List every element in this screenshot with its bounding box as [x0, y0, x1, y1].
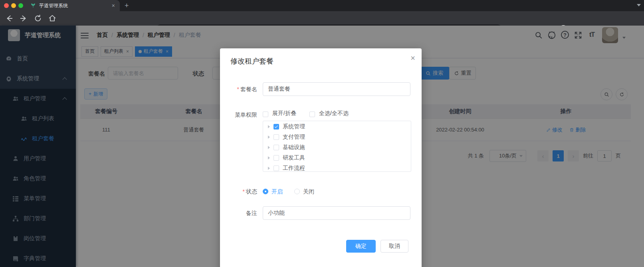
tree-node-pay[interactable]: 支付管理 [263, 132, 411, 142]
tree-node-devtools[interactable]: 研发工具 [263, 153, 411, 163]
screen: 芋道管理系统 × + localhost:1024/system/tenant/… [0, 0, 644, 267]
menu-permission-label: 菜单权限 [220, 112, 257, 119]
window-minimize-button[interactable] [11, 3, 16, 8]
tree-node-label: 研发工具 [283, 154, 305, 161]
status-on-label[interactable]: 开启 [271, 188, 283, 195]
edit-package-modal: 修改租户套餐 × *套餐名 菜单权限 展开/折叠 全选/全不选 系统管理 [220, 48, 422, 267]
app-viewport: 芋道管理系统 首页 系统管理 租户管理 [0, 26, 644, 267]
status-off-label[interactable]: 关闭 [303, 188, 314, 195]
browser-tab-title: 芋道管理系统 [39, 2, 111, 9]
chevron-down-icon[interactable] [637, 4, 641, 6]
remark-label: 备注 [220, 210, 257, 217]
tree-expand-caret-icon[interactable] [268, 167, 270, 170]
tree-node-infra[interactable]: 基础设施 [263, 142, 411, 152]
tree-node-system[interactable]: 系统管理 [263, 122, 411, 132]
tree-node-checkbox[interactable] [273, 134, 279, 140]
remark-input[interactable] [263, 206, 410, 220]
required-mark: * [243, 188, 245, 195]
tree-expand-caret-icon[interactable] [268, 146, 270, 149]
tree-node-checkbox[interactable] [273, 124, 279, 130]
tree-node-checkbox[interactable] [273, 145, 279, 150]
forward-icon[interactable] [19, 14, 28, 23]
modal-title: 修改租户套餐 [230, 56, 273, 66]
cancel-button[interactable]: 取消 [380, 240, 408, 253]
status-label: *状态 [220, 188, 257, 195]
tab-close-icon[interactable]: × [111, 2, 116, 9]
modal-close-icon[interactable]: × [410, 54, 415, 62]
new-tab-button[interactable]: + [125, 1, 129, 10]
home-icon[interactable] [48, 14, 57, 23]
expand-collapse-checkbox[interactable] [263, 112, 268, 117]
browser-toolbar: localhost:1024/system/tenant/package ☆ 1… [0, 11, 644, 26]
window-zoom-button[interactable] [18, 3, 23, 8]
reload-icon[interactable] [34, 14, 42, 23]
tree-node-workflow[interactable]: 工作流程 [263, 163, 411, 172]
browser-tab[interactable]: 芋道管理系统 × [26, 0, 120, 11]
tree-node-label: 基础设施 [283, 144, 305, 151]
package-name-input[interactable] [263, 82, 410, 96]
menu-permission-tree: 系统管理 支付管理 基础设施 研发工具 [263, 121, 411, 172]
confirm-button[interactable]: 确定 [346, 240, 376, 253]
tree-node-label: 工作流程 [283, 165, 305, 172]
tree-node-label: 支付管理 [283, 134, 305, 141]
expand-collapse-label: 展开/折叠 [272, 110, 296, 117]
check-all-label: 全选/全不选 [319, 110, 349, 117]
tree-node-checkbox[interactable] [273, 155, 279, 161]
tree-node-label: 系统管理 [283, 123, 305, 130]
tree-expand-caret-icon[interactable] [268, 156, 270, 159]
window-controls [0, 0, 26, 11]
favicon-plant-icon [30, 3, 36, 8]
back-icon[interactable] [5, 14, 14, 23]
tree-node-checkbox[interactable] [273, 165, 279, 171]
tree-expand-caret-icon[interactable] [268, 135, 270, 139]
required-mark: * [237, 86, 239, 92]
status-off-radio[interactable] [294, 189, 300, 194]
status-on-radio[interactable] [263, 189, 268, 194]
check-all-checkbox[interactable] [309, 112, 315, 117]
window-close-button[interactable] [4, 3, 9, 8]
browser-tab-strip: 芋道管理系统 × + [0, 0, 644, 11]
tree-expand-caret-icon[interactable] [268, 125, 270, 128]
package-name-label: *套餐名 [220, 86, 257, 93]
